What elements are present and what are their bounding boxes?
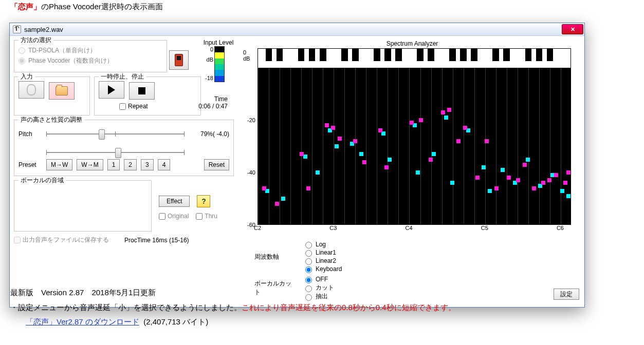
freq-radio-linear2[interactable]: Linear2	[303, 257, 342, 265]
stop-button[interactable]	[129, 82, 155, 100]
input-group: 入力	[14, 76, 90, 116]
play-icon	[108, 85, 115, 94]
titlebar[interactable]: sample2.wav ✕	[10, 23, 584, 36]
proc-time: ProcTime 16ms (15-16)	[124, 237, 189, 244]
effect-button[interactable]: Effect	[159, 196, 190, 207]
thru-checkbox[interactable]: Thru	[196, 213, 217, 220]
help-button[interactable]: ?	[197, 195, 210, 207]
playback-group: 一時停止、停止 Repeat	[94, 76, 201, 116]
close-button[interactable]: ✕	[562, 24, 583, 34]
original-checkbox[interactable]: Original	[159, 213, 189, 220]
freq-axis-row: 周波数軸 LogLinear1Linear2Keyboard	[254, 240, 580, 273]
app-window: sample2.wav ✕ 方法の選択 TD-PSOLA（単音向け） Pha	[9, 23, 585, 308]
pitch-label: Pitch	[19, 130, 42, 138]
spectrum-chart: 0dB -20-40-60 C2C3C4C5C6	[257, 48, 571, 233]
play-button[interactable]	[99, 81, 124, 99]
mic-icon	[27, 84, 36, 95]
input-level-meter: Input Level 0 dB -18	[203, 39, 234, 82]
mic-button[interactable]	[19, 81, 44, 99]
radio-td-psola[interactable]: TD-PSOLA（単音向け）	[19, 46, 113, 55]
version-line: 最新版 Version 2.87 2018年5月1日更新	[10, 285, 456, 300]
record-button[interactable]	[169, 50, 189, 70]
vcut-radio-off[interactable]: OFF	[303, 275, 334, 283]
vocal-range-group: ボーカルの音域	[14, 180, 152, 232]
page-caption: 「恋声」のPhase Vocoder選択時の表示画面	[0, 0, 644, 16]
page-footer: 最新版 Version 2.87 2018年5月1日更新 ・設定メニューから音声…	[10, 285, 456, 330]
record-icon	[175, 54, 183, 66]
settings-button[interactable]: 設定	[554, 289, 579, 300]
window-title: sample2.wav	[24, 26, 63, 33]
method-group: 方法の選択 TD-PSOLA（単音向け） Phase Vocoder（複数音向け…	[14, 40, 167, 72]
preset-3-button[interactable]: 3	[141, 159, 154, 170]
reset-button[interactable]: Reset	[204, 159, 229, 170]
app-icon	[13, 25, 21, 33]
preset-wm-button[interactable]: W→M	[77, 159, 103, 170]
preset-label: Preset	[19, 161, 42, 168]
piano-keyboard	[257, 48, 571, 69]
freq-radio-keyboard[interactable]: Keyboard	[303, 265, 342, 273]
preset-mw-button[interactable]: M→W	[46, 159, 72, 170]
repeat-checkbox[interactable]: Repeat	[119, 103, 148, 110]
preset-2-button[interactable]: 2	[124, 159, 137, 170]
pitch-value: 79%( -4.0)	[188, 130, 229, 138]
preset-1-button[interactable]: 1	[107, 159, 120, 170]
freq-radio-linear1[interactable]: Linear1	[303, 248, 342, 257]
download-link[interactable]: 「恋声」Ver2.87 のダウンロード	[26, 317, 139, 326]
analyzer-title: Spectrum Analyzer	[244, 40, 580, 47]
open-file-button[interactable]	[49, 82, 75, 100]
pitch-slider[interactable]	[46, 129, 184, 139]
folder-icon	[56, 86, 68, 95]
radio-phase-vocoder[interactable]: Phase Vocoder（複数音向け）	[19, 56, 113, 65]
formant-slider[interactable]	[46, 148, 184, 157]
time-display: Time 0:06 / 0:47	[192, 95, 228, 110]
pitch-group: 声の高さと性質の調整 Pitch 79%( -4.0)	[14, 120, 234, 176]
preset-4-button[interactable]: 4	[158, 159, 171, 170]
stop-icon	[138, 87, 145, 94]
freq-radio-log[interactable]: Log	[303, 240, 342, 248]
save-output-checkbox[interactable]: 出力音声をファイルに保存する	[14, 236, 109, 244]
